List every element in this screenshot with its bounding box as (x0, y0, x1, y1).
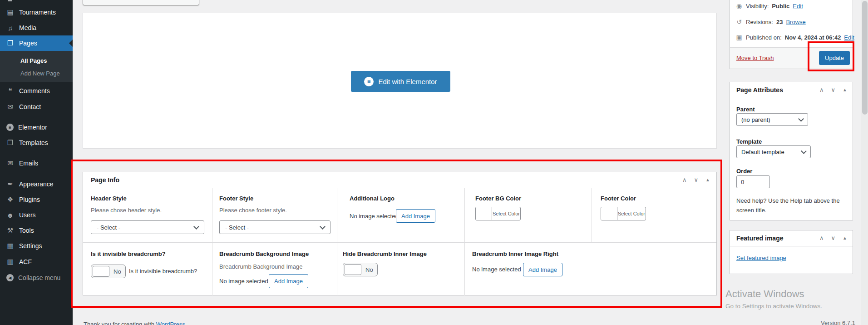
column-divider (212, 243, 212, 295)
edit-with-elementor-button[interactable]: ≡ Edit with Elementor (351, 71, 450, 92)
sidebar-item-plugins[interactable]: ❖ Plugins (0, 192, 73, 207)
page-scrollbar[interactable] (861, 0, 868, 325)
header-style-select[interactable]: - Select - (91, 220, 204, 234)
hide-breadcrumb-inner-toggle[interactable]: No (343, 263, 378, 276)
visibility-label: Visibility: (746, 3, 769, 10)
move-down-icon[interactable]: ∨ (694, 176, 699, 183)
users-icon: ☻ (6, 211, 15, 219)
move-up-icon[interactable]: ∧ (819, 86, 824, 93)
template-select[interactable]: Default template (736, 145, 811, 158)
revisions-icon: ↺ (735, 18, 743, 25)
order-input[interactable] (736, 175, 770, 188)
row-divider (83, 242, 716, 243)
activate-windows-watermark: Activate Windows (725, 288, 804, 300)
tools-icon: ⚒ (6, 226, 15, 235)
chevron-down-icon (798, 116, 804, 122)
published-row: ▣ Published on: Nov 4, 2024 at 06:42 Edi… (735, 34, 854, 41)
published-label: Published on: (746, 34, 782, 41)
footer-style-select[interactable]: - Select - (219, 220, 330, 234)
footer-style-desc: Please chose footer style. (219, 207, 287, 214)
breadcrumb-inner-right-label: Breadcrumb Inner Image Right (472, 250, 558, 257)
page-info-header: Page Info ∧ ∨ ▲ (83, 172, 716, 188)
page-attributes-header: Page Attributes ∧ ∨ ▲ (730, 82, 853, 98)
sidebar-item-label: Appearance (19, 180, 54, 188)
sidebar-item-tools[interactable]: ⚒ Tools (0, 223, 73, 238)
sidebar-item-users[interactable]: ☻ Users (0, 208, 73, 222)
sidebar-item-contact[interactable]: ✉ Contact (0, 100, 73, 114)
sidebar-item-label: Tournaments (19, 9, 56, 16)
breadcrumb-bg-image-desc: Breadcrumb Background Image (219, 263, 303, 270)
sidebar-item-label: Users (19, 211, 36, 219)
sidebar-item-label: Collapse menu (18, 274, 60, 281)
set-featured-image-link[interactable]: Set featured image (736, 255, 786, 261)
additional-logo-add-image-button[interactable]: Add Image (396, 209, 435, 223)
wordpress-link[interactable]: WordPress. (156, 321, 187, 325)
published-edit-link[interactable]: Edit (844, 34, 854, 41)
sidebar-item-label: ACF (19, 258, 32, 265)
move-to-trash-link[interactable]: Move to Trash (736, 55, 774, 61)
additional-logo-status: No image selected (350, 213, 399, 220)
column-divider (337, 243, 337, 295)
update-button[interactable]: Update (819, 51, 850, 65)
template-label: Template (736, 138, 762, 145)
sidebar-item-collapse-menu[interactable]: ◀ Collapse menu (0, 270, 73, 285)
revisions-browse-link[interactable]: Browse (786, 19, 805, 25)
chevron-down-icon (320, 224, 326, 230)
sidebar-item-elementor[interactable]: ≡ Elementor (0, 120, 73, 135)
sidebar-item-label: Media (19, 24, 36, 31)
sidebar-item-pages[interactable]: ❐ Pages (0, 35, 73, 51)
toggle-state-label: No (365, 266, 373, 273)
toggle-panel-icon[interactable]: ▲ (843, 235, 847, 241)
select-color-button[interactable]: Select Color (617, 211, 646, 216)
page-attributes-metabox: Page Attributes ∧ ∨ ▲ Parent (no parent)… (730, 82, 853, 220)
column-divider (592, 188, 592, 242)
footer-bg-color-picker[interactable]: Select Color (475, 207, 521, 220)
select-color-button[interactable]: Select Color (492, 211, 520, 216)
sidebar-item-media[interactable]: ♫ Media (0, 20, 73, 35)
move-down-icon[interactable]: ∨ (831, 235, 836, 241)
page-info-title: Page Info (91, 176, 119, 184)
footer-bg-color-label: Footer BG Color (475, 195, 521, 202)
color-swatch (476, 207, 492, 220)
invisible-breadcrumb-label: Is it invisible breadcrumb? (91, 250, 166, 257)
sidebar-item-settings[interactable]: ▦ Settings (0, 239, 73, 253)
sidebar-item-label: Emails (19, 160, 38, 167)
sidebar-item-tournaments[interactable]: ▤ Tournaments (0, 5, 73, 20)
eye-icon: ◉ (735, 2, 743, 10)
sidebar-item-add-new-page[interactable]: Add New Page (0, 68, 73, 79)
sidebar-item-acf[interactable]: ▥ ACF (0, 255, 73, 269)
visibility-value: Public (772, 3, 789, 10)
invisible-breadcrumb-side-label: Is it invisible breadcrumb? (129, 268, 197, 275)
page-title-input[interactable] (83, 0, 199, 5)
toggle-knob (93, 266, 109, 277)
publish-actions: Move to Trash Update (730, 47, 853, 69)
move-down-icon[interactable]: ∨ (831, 86, 836, 93)
sidebar-item-templates[interactable]: ❒ Templates (0, 135, 73, 150)
breadcrumb-inner-right-add-image-button[interactable]: Add Image (523, 263, 562, 276)
visibility-edit-link[interactable]: Edit (793, 3, 803, 10)
move-up-icon[interactable]: ∧ (819, 235, 824, 241)
footer-color-picker[interactable]: Select Color (601, 207, 646, 220)
contact-icon: ✉ (6, 103, 15, 111)
chevron-down-icon (193, 224, 199, 230)
scrollbar-thumb[interactable] (862, 1, 868, 115)
elementor-icon: ≡ (6, 124, 14, 131)
sidebar-item-appearance[interactable]: ✒ Appearance (0, 177, 73, 191)
order-label: Order (736, 168, 752, 175)
sidebar-item-comments[interactable]: ❝ Comments (0, 84, 73, 98)
calendar-icon: ▣ (735, 34, 743, 41)
move-up-icon[interactable]: ∧ (682, 176, 687, 183)
footer-thanks-text: Thank you for creating with (84, 321, 156, 325)
toggle-panel-icon[interactable]: ▲ (843, 86, 847, 93)
chevron-down-icon (801, 148, 807, 154)
parent-select[interactable]: (no parent) (736, 113, 808, 126)
sidebar-item-label: Settings (19, 242, 42, 250)
sidebar-item-emails[interactable]: ✉ Emails (0, 156, 73, 170)
sidebar-item-all-pages[interactable]: All Pages (0, 55, 73, 66)
breadcrumb-bg-add-image-button[interactable]: Add Image (269, 274, 308, 288)
toggle-panel-icon[interactable]: ▲ (705, 176, 710, 183)
wordpress-admin-page-editor: { "ui": { "chevron_up": "∧", "chevron_do… (0, 0, 868, 325)
pages-submenu: All Pages Add New Page (0, 51, 73, 82)
column-divider (337, 188, 337, 242)
invisible-breadcrumb-toggle[interactable]: No (91, 265, 126, 278)
